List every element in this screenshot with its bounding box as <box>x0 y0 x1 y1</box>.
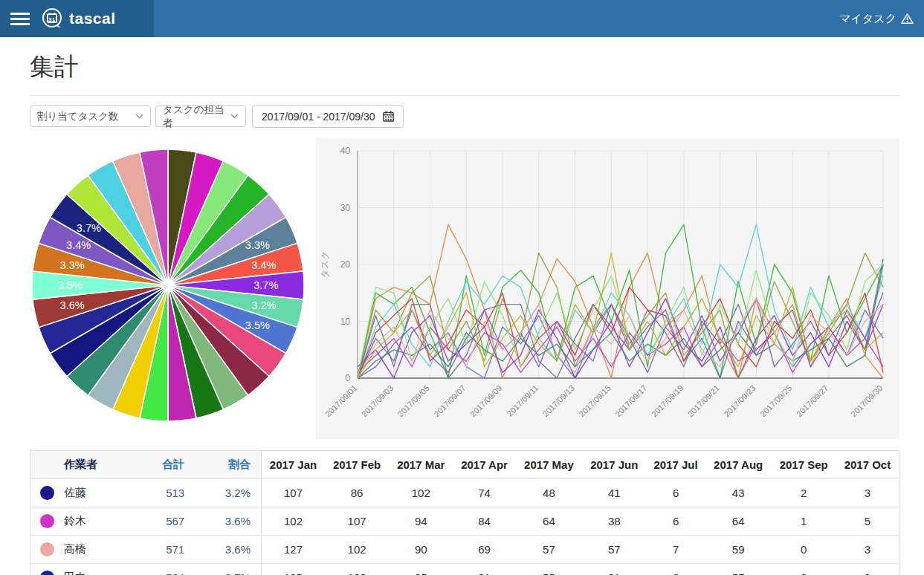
month-value: 107 <box>262 479 325 507</box>
month-column-header: 2017 Feb <box>325 451 389 479</box>
worker-color-dot <box>40 486 54 500</box>
month-value: 64 <box>516 507 583 536</box>
topbar-right: マイタスク <box>154 0 924 37</box>
pie-slice-label: 3.5% <box>245 319 270 331</box>
worker-pct[interactable]: 3.6% <box>195 507 261 536</box>
table-row: 高橋5713.6% <box>30 536 262 564</box>
table-row-months: 1251289561556185702 <box>262 564 899 575</box>
x-axis-tick-label: 2017/09/09 <box>468 383 503 418</box>
x-axis-tick-label: 2017/09/07 <box>432 383 467 418</box>
y-axis-tick-label: 0 <box>345 373 350 383</box>
pie-slice-label: 3.7% <box>77 222 101 234</box>
pie-slice-label: 3.7% <box>253 279 278 291</box>
month-column-header: 2017 Oct <box>836 451 899 479</box>
month-column-header: 2017 Aug <box>705 451 772 479</box>
y-axis-tick-label: 10 <box>340 316 351 327</box>
x-axis-tick-label: 2017/09/01 <box>323 383 358 418</box>
total-column-header[interactable]: 合計 <box>128 451 195 479</box>
assignee-select[interactable]: タスクの担当者 <box>155 105 246 127</box>
y-axis-title: タスク <box>320 251 330 279</box>
x-axis-tick-label: 2017/09/05 <box>396 383 431 418</box>
x-axis-tick-label: 2017/09/21 <box>686 383 721 418</box>
menu-icon[interactable] <box>10 10 30 28</box>
worker-pct[interactable]: 3.7% <box>195 564 261 575</box>
table-row: 田中5943.7% <box>30 564 262 575</box>
month-value: 84 <box>453 507 515 536</box>
month-value: 0 <box>772 564 836 575</box>
month-value: 107 <box>325 507 389 536</box>
worker-pct[interactable]: 3.2% <box>195 479 261 507</box>
line-series[interactable] <box>358 253 883 378</box>
month-value: 6 <box>646 479 705 507</box>
worker-column-header: 作業者 <box>30 451 128 479</box>
pie-slice-label: 3.3% <box>60 259 85 271</box>
worker-color-dot <box>40 542 54 556</box>
table-row-months: 1271029069575775903 <box>262 536 899 564</box>
month-value: 41 <box>582 479 646 507</box>
brand-name: tascal <box>69 10 116 27</box>
worker-name: 鈴木 <box>64 514 86 528</box>
worker-total[interactable]: 567 <box>128 507 195 536</box>
month-value: 57 <box>705 564 772 575</box>
month-column-header: 2017 Jun <box>582 451 646 479</box>
metric-select[interactable]: 割り当てタスク数 <box>30 105 151 127</box>
assignee-select-value: タスクの担当者 <box>163 103 230 130</box>
x-axis-tick-label: 2017/09/11 <box>505 383 540 418</box>
month-value: 7 <box>646 536 705 564</box>
workers-table: 作業者 合計 割合 佐藤5133.2%鈴木5673.6%高橋5713.6%田中5… <box>30 450 262 575</box>
month-value: 125 <box>262 564 325 575</box>
x-axis-tick-label: 2017/09/23 <box>722 383 757 418</box>
y-axis-tick-label: 40 <box>340 146 351 156</box>
month-value: 90 <box>389 536 453 564</box>
month-value: 95 <box>389 564 453 575</box>
month-value: 128 <box>325 564 389 575</box>
month-value: 127 <box>262 536 325 564</box>
title-divider <box>30 95 899 96</box>
page-title: 集計 <box>30 51 899 84</box>
pie-slice-label: 3.4% <box>251 259 276 271</box>
y-axis-tick-label: 30 <box>340 203 351 213</box>
month-value: 86 <box>325 479 389 507</box>
charts-row: 3.3%3.4%3.7%3.2%3.5%3.6%3.5%3.3%3.4%3.7%… <box>30 138 899 439</box>
worker-color-dot <box>40 514 54 528</box>
date-range-picker[interactable]: 2017/09/01 - 2017/09/30 <box>252 105 404 128</box>
month-value: 64 <box>705 507 772 536</box>
month-column-header: 2017 Apr <box>453 451 515 479</box>
line-series[interactable] <box>358 253 883 378</box>
x-axis-tick-label: 2017/09/17 <box>613 383 648 418</box>
pct-column-header[interactable]: 割合 <box>195 451 261 479</box>
my-tasks-label: マイタスク <box>839 12 896 26</box>
month-value: 102 <box>262 507 325 536</box>
month-column-header: 2017 Sep <box>772 451 836 479</box>
month-value: 69 <box>453 536 515 564</box>
top-navigation-bar: 31 tascal マイタスク <box>0 0 924 37</box>
my-tasks-link[interactable]: マイタスク <box>839 12 914 26</box>
x-axis-tick-label: 2017/09/03 <box>360 383 395 418</box>
calendar-icon <box>383 111 394 122</box>
month-value: 2 <box>772 479 836 507</box>
worker-total[interactable]: 513 <box>128 479 195 507</box>
worker-pct[interactable]: 3.6% <box>195 536 261 564</box>
table-row-months: 1021079484643866415 <box>262 507 899 536</box>
month-value: 3 <box>836 479 899 507</box>
month-value: 57 <box>582 536 646 564</box>
summary-tables: 作業者 合計 割合 佐藤5133.2%鈴木5673.6%高橋5713.6%田中5… <box>30 450 899 575</box>
workload-pie-chart: 3.3%3.4%3.7%3.2%3.5%3.6%3.5%3.3%3.4%3.7% <box>30 138 312 429</box>
worker-color-dot <box>40 571 54 575</box>
worker-total[interactable]: 594 <box>128 564 195 575</box>
worker-total[interactable]: 571 <box>128 536 195 564</box>
month-column-header: 2017 Mar <box>389 451 453 479</box>
month-value: 102 <box>325 536 389 564</box>
worker-name: 田中 <box>64 571 86 575</box>
main-content: 集計 割り当てタスク数 タスクの担当者 2017/09/01 - 2017/09… <box>0 51 924 575</box>
pie-slice-label: 3.3% <box>245 239 270 251</box>
app-logo[interactable]: 31 tascal <box>40 7 116 30</box>
month-value: 8 <box>646 564 705 575</box>
month-value: 61 <box>453 564 515 575</box>
chevron-down-icon <box>230 114 239 119</box>
pie-slice-label: 3.6% <box>60 299 85 311</box>
pie-slice-label: 3.5% <box>58 279 83 291</box>
month-value: 2 <box>836 564 899 575</box>
months-table-header-row: 2017 Jan2017 Feb2017 Mar2017 Apr2017 May… <box>262 451 899 479</box>
worker-name: 高橋 <box>64 542 86 556</box>
